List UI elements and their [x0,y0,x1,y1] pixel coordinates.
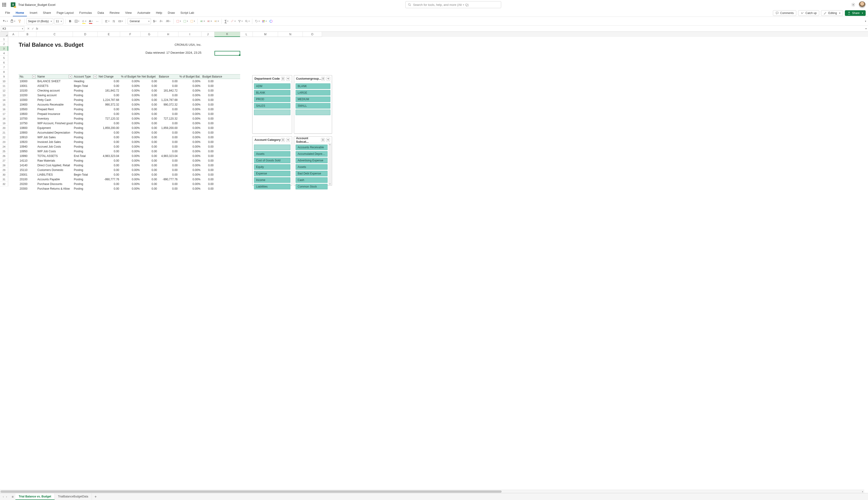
cells-insert-icon [200,20,203,23]
addins-button[interactable]: ▾ [261,18,267,24]
delete-cells-button[interactable]: ▾ [182,18,189,24]
cells-format-button[interactable]: ▾ [214,18,219,24]
clear-button[interactable]: ▾ [230,18,236,24]
increase-decimal-button[interactable]: .00 [165,18,171,24]
font-size-select[interactable]: 11 [54,18,63,24]
comment-icon [776,11,779,15]
autosum-button[interactable]: ∑▾ [224,18,229,24]
font-select[interactable]: Segoe UI (Body) [26,18,53,24]
name-box[interactable]: K3 [1,26,24,31]
cells-delete-button[interactable]: ▾ [206,18,213,24]
cancel-formula-button[interactable]: ✕ [27,27,30,30]
insert-button[interactable]: ▾ [200,18,206,24]
comments-button[interactable]: Comments [773,10,796,16]
wrap-text-button[interactable] [111,18,116,24]
currency-button[interactable]: $▾ [152,18,157,24]
search-placeholder: Search for tools, help, and more (Alt + … [413,3,469,7]
formula-bar: K3 ✕ ✓ fx ▾ [0,26,868,32]
ribbon-tabs: FileHomeInsertSharePage LayoutFormulasDa… [0,9,868,17]
align-button[interactable]: ▾ [104,18,110,24]
ribbon-tab-data[interactable]: Data [95,10,107,16]
bold-button[interactable]: B [67,18,73,24]
settings-icon[interactable] [851,2,855,7]
merge-icon [118,20,122,23]
ribbon-expand-button[interactable]: ▾ [865,20,866,22]
app-launcher-icon[interactable] [2,3,6,7]
cells-delete-icon [207,20,211,23]
ribbon-tab-home[interactable]: Home [13,10,27,16]
share-icon [847,11,851,15]
share-button[interactable]: Share [845,10,866,16]
svg-line-1 [410,5,411,6]
search-input[interactable]: Search for tools, help, and more (Alt + … [405,1,501,8]
format-cells-button[interactable]: ▾ [190,18,195,24]
svg-point-0 [408,3,410,5]
svg-rect-20 [209,21,210,22]
svg-rect-14 [177,20,179,22]
formula-bar-expand-button[interactable]: ▾ [866,27,867,30]
sort-filter-button[interactable]: ▾ [237,18,243,24]
number-format-select[interactable]: General [127,18,151,24]
svg-rect-27 [262,21,263,22]
editing-mode-button[interactable]: Editing [821,10,843,16]
eraser-icon [231,20,234,23]
find-button[interactable]: ▾ [244,18,250,24]
filter-icon [238,20,241,23]
svg-line-24 [247,22,248,22]
pencil-icon [824,11,827,15]
accept-formula-button[interactable]: ✓ [32,27,34,30]
cells-format-icon [214,20,217,23]
ribbon-tab-draw[interactable]: Draw [165,10,178,16]
borders-button[interactable]: ▾ [74,18,80,24]
catch-up-button[interactable]: Catch up [798,10,819,16]
borders-icon [75,20,78,23]
ribbon-tab-insert[interactable]: Insert [27,10,40,16]
excel-logo-icon: X [11,2,15,7]
arrow-left-icon [161,20,163,22]
merge-button[interactable]: ▾ [117,18,124,24]
svg-rect-19 [208,21,209,22]
font-color-button[interactable]: A▾ [88,18,93,24]
svg-rect-17 [201,21,202,22]
title-bar: X Trial Balance_Budget Excel Search for … [0,0,868,9]
align-icon [105,20,108,23]
svg-point-23 [245,20,247,22]
svg-rect-25 [262,20,263,21]
ribbon-tab-file[interactable]: File [2,10,13,16]
undo-icon [2,19,6,23]
decrease-decimal-button[interactable]: .0 [158,18,164,24]
paste-button[interactable]: ▾ [9,18,16,24]
tag-icon [255,20,258,23]
svg-rect-22 [216,21,217,22]
copilot-button[interactable] [268,18,274,24]
sensitivity-button[interactable]: ▾ [254,18,260,24]
fx-label[interactable]: fx [36,27,38,30]
svg-rect-16 [191,20,193,22]
format-icon [190,20,193,23]
magnify-icon [245,20,248,23]
document-title[interactable]: Trial Balance_Budget Excel [18,3,55,7]
ribbon-tab-formulas[interactable]: Formulas [76,10,94,16]
svg-point-29 [270,20,272,22]
user-avatar[interactable] [859,1,866,8]
clipboard-icon [10,19,14,23]
ribbon-tab-review[interactable]: Review [107,10,122,16]
format-painter-button[interactable] [17,18,22,24]
fill-color-button[interactable]: ▾ [81,18,87,24]
svg-rect-21 [215,21,216,22]
ribbon-tab-view[interactable]: View [122,10,135,16]
ribbon-tab-script-lab[interactable]: Script Lab [178,10,197,16]
insert-icon [176,20,179,23]
more-font-button[interactable]: ··· [94,18,100,24]
undo-button[interactable]: ▾ [2,18,8,24]
ribbon-tab-page-layout[interactable]: Page Layout [54,10,76,16]
ribbon-tab-automate[interactable]: Automate [135,10,153,16]
copilot-icon [269,19,273,23]
toolbar: ▾ ▾ Segoe UI (Body) 11 B ▾ ▾ A▾ ··· ▾ ▾ … [0,17,868,26]
ribbon-tab-share[interactable]: Share [40,10,54,16]
ribbon-tab-help[interactable]: Help [153,10,165,16]
formula-input[interactable] [40,26,866,31]
svg-rect-15 [184,20,186,22]
insert-cells-button[interactable]: ▾ [176,18,182,24]
wrap-icon [112,20,115,23]
